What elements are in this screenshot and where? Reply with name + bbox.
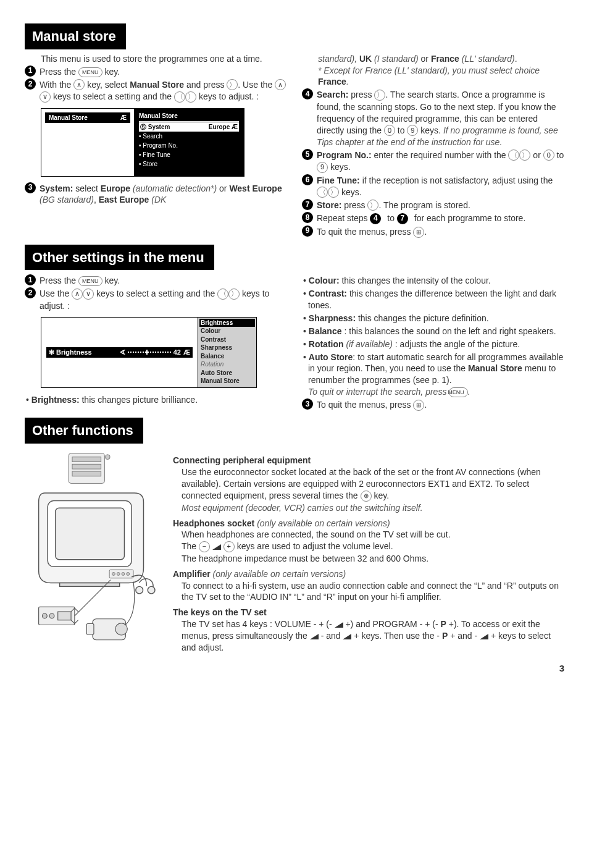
right-key-icon: 〉 — [367, 200, 378, 211]
step-2-text: With the ∧ key, select Manual Store and … — [40, 79, 287, 103]
svg-point-17 — [49, 613, 54, 618]
step-8-text: Repeat steps 4 to 7 for each programme t… — [317, 213, 564, 224]
right-key-icon: 〉 — [185, 91, 196, 103]
step-9-icon: 9 — [302, 225, 313, 237]
svg-point-10 — [117, 573, 120, 576]
ui-opt-brightness: Brightness — [199, 319, 255, 327]
heading-headphones: Headphones socket (only available on cer… — [173, 518, 564, 529]
page-number: 3 — [25, 662, 564, 675]
svg-rect-21 — [86, 624, 94, 634]
autostore-desc: Auto Store: to start automatic search fo… — [302, 352, 564, 398]
manual-intro: This menu is used to store the programme… — [41, 53, 287, 65]
step-1-text: Press the MENU key. — [40, 66, 287, 78]
volume-icon — [480, 634, 488, 639]
up-key-icon: ∧ — [72, 289, 83, 300]
step-5-text: Program No.: enter the required number w… — [317, 150, 564, 174]
menu-key-icon: MENU — [449, 387, 468, 397]
manual-store-ui-screenshot: Manual Store Æ Manual Store Ⓢ System Eur… — [41, 108, 244, 177]
ui-item: • Program No. — [139, 141, 239, 150]
step-7-icon: 7 — [302, 199, 313, 210]
svg-point-16 — [42, 613, 47, 618]
quit-key-icon: ⊞ — [413, 400, 424, 411]
up-key-icon: ∧ — [73, 79, 85, 90]
ui-brightness-value: 42 — [173, 348, 181, 357]
chevron-right-icon: Æ — [120, 114, 127, 122]
svg-point-9 — [112, 573, 115, 576]
os-step-2-text: Use the ∧∨ keys to select a setting and … — [40, 288, 287, 311]
ui-system-value: Europe Æ — [209, 122, 238, 132]
svg-point-4 — [105, 455, 110, 460]
ui-opt: Manual Store — [201, 377, 254, 386]
ui-opt: Balance — [201, 352, 254, 361]
section-header-other-func: Other functions — [25, 418, 143, 444]
os-step-1-icon: 1 — [25, 274, 36, 285]
tv-keys-text: The TV set has 4 keys : VOLUME - + (- +)… — [182, 618, 564, 654]
svg-rect-3 — [72, 471, 101, 476]
ui-opt: Colour — [201, 327, 254, 335]
quit-key-icon: ⊞ — [413, 227, 424, 238]
step-5-icon: 5 — [302, 149, 313, 160]
ui-left-label: Manual Store — [49, 114, 88, 122]
left-key-icon: 〈 — [174, 91, 185, 103]
section-header-other-settings: Other settings in the menu — [25, 245, 214, 271]
step-1-icon: 1 — [25, 65, 36, 77]
ui-item: • Fine Tune — [139, 150, 239, 159]
right-key-icon: 〉 — [328, 187, 339, 198]
volume-icon — [310, 634, 319, 639]
ref-step-4-icon: 4 — [370, 213, 381, 224]
step-4-text: Search: press 〉. The search starts. Once… — [317, 89, 564, 148]
ui-opt: Contrast — [201, 335, 254, 344]
ui-opt: Sharpness — [201, 343, 254, 352]
right-key-icon: 〉 — [227, 79, 238, 90]
down-key-icon: ∨ — [83, 289, 94, 300]
slider-icon — [128, 350, 171, 355]
ui-right-title: Manual Store — [139, 111, 239, 122]
nine-key-icon: 9 — [317, 162, 328, 173]
ui-system-row: Ⓢ System — [140, 122, 170, 132]
os-step-3-text: To quit the menus, press ⊞. — [317, 399, 564, 411]
svg-point-11 — [122, 573, 125, 576]
down-key-icon: ∨ — [40, 91, 51, 103]
ui-item: • Store — [139, 159, 239, 169]
volume-icon — [212, 544, 221, 550]
ref-step-7-icon: 7 — [397, 213, 408, 224]
ui-item: • Search — [139, 132, 239, 141]
left-key-icon: 〈 — [508, 150, 519, 161]
left-key-icon: 〈 — [317, 187, 328, 198]
minus-key-icon: − — [199, 541, 210, 552]
plus-key-icon: + — [223, 541, 235, 552]
step-3-text: System: select Europe (automatic detecti… — [40, 183, 287, 206]
headphones-text: When headphones are connected, the sound… — [182, 529, 564, 564]
right-key-icon: 〉 — [519, 150, 530, 161]
av-key-icon: ⊕ — [361, 491, 372, 502]
brightness-desc: Brightness: this changes picture brillia… — [25, 394, 287, 406]
connecting-text: Use the euroconnector socket located at … — [182, 466, 564, 514]
rotation-desc: Rotation (if available) : adjusts the an… — [302, 339, 564, 350]
svg-rect-6 — [56, 508, 125, 559]
left-key-icon: 〈 — [217, 289, 228, 300]
amplifier-text: To connect to a hi-fi system, use an aud… — [182, 580, 564, 604]
step-4-icon: 4 — [302, 88, 313, 99]
step-3-continued: standard), UK (I standard) or France (LL… — [318, 53, 564, 88]
step-9-text: To quit the menus, press ⊞. — [317, 226, 564, 238]
zero-key-icon: 0 — [384, 125, 395, 136]
step-8-icon: 8 — [302, 212, 313, 223]
tv-peripherals-illustration — [25, 451, 161, 655]
zero-key-icon: 0 — [543, 150, 554, 161]
step-2-icon: 2 — [25, 78, 36, 90]
volume-icon — [335, 622, 343, 628]
svg-point-13 — [136, 586, 143, 594]
contrast-desc: Contrast: this changes the difference be… — [302, 288, 564, 311]
heading-connecting: Connecting peripheral equipment — [173, 455, 564, 466]
svg-rect-18 — [58, 612, 71, 620]
os-step-3-icon: 3 — [302, 398, 313, 410]
right-key-icon: 〉 — [374, 90, 385, 101]
svg-rect-1 — [72, 457, 101, 462]
step-6-text: Fine Tune: if the reception is not satis… — [317, 175, 564, 198]
svg-rect-2 — [72, 464, 101, 469]
menu-key-icon: MENU — [78, 67, 102, 77]
brightness-ui-screenshot: ✻ Brightness ∢ 42 Æ Brightness Colour Co… — [41, 317, 257, 388]
colour-desc: Colour: this changes the intensity of th… — [302, 275, 564, 287]
up-key-icon: ∧ — [275, 79, 286, 90]
ui-brightness-label: ✻ Brightness — [49, 348, 92, 357]
